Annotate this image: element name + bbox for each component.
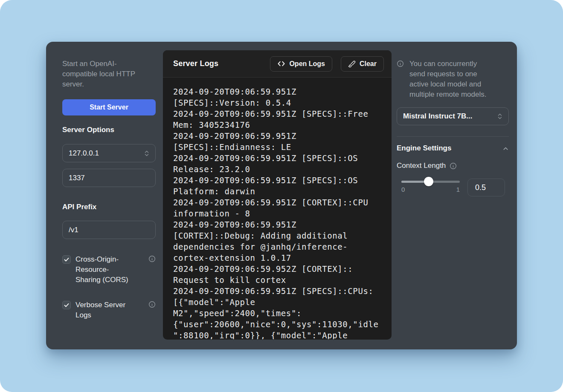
engine-settings-toggle[interactable]: Engine Settings (397, 144, 509, 153)
info-icon[interactable] (148, 255, 156, 262)
concurrency-info: You can concurrently send requests to on… (397, 59, 509, 100)
model-select[interactable]: Mistral Instruct 7B... (397, 107, 509, 125)
server-intro-text: Start an OpenAI- compatible local HTTP s… (62, 59, 160, 89)
clear-logs-button[interactable]: Clear (341, 56, 384, 72)
log-output: 2024-09-20T09:06:59.951Z [SPECS]::Versio… (173, 86, 381, 339)
check-icon (64, 257, 70, 262)
concurrency-info-text: You can concurrently send requests to on… (409, 59, 486, 100)
cors-checkbox[interactable] (62, 255, 71, 264)
local-api-server-window: Start an OpenAI- compatible local HTTP s… (46, 42, 517, 349)
server-settings-panel: Start an OpenAI- compatible local HTTP s… (62, 42, 156, 349)
brush-icon (348, 60, 356, 68)
info-icon[interactable] (450, 162, 457, 170)
open-logs-button[interactable]: Open Logs (270, 56, 332, 72)
chevron-up-icon (502, 145, 509, 152)
server-logs-header: Server Logs Open Logs Clear (163, 50, 392, 78)
log-scroll-area[interactable]: 2024-09-20T09:06:59.951Z [SPECS]::Versio… (163, 78, 392, 339)
server-logs-title: Server Logs (173, 59, 270, 68)
info-icon (397, 60, 404, 67)
context-length-label: Context Length (397, 161, 446, 170)
server-options-heading: Server Options (62, 126, 114, 134)
slider-max-label: 1 (456, 186, 460, 193)
host-select[interactable]: 127.0.0.1 (62, 144, 156, 162)
chevron-updown-icon (496, 112, 503, 120)
slider-range-labels: 0 1 (401, 186, 460, 193)
port-input[interactable] (62, 169, 156, 187)
open-logs-label: Open Logs (289, 60, 325, 68)
api-prefix-input[interactable] (62, 221, 156, 239)
server-logs-panel: Server Logs Open Logs Clear 2024-09-20T0… (163, 50, 392, 340)
api-prefix-heading: API Prefix (62, 203, 96, 211)
check-icon (64, 302, 70, 308)
context-length-slider[interactable] (401, 177, 460, 186)
engine-settings-heading: Engine Settings (397, 144, 451, 153)
verbose-checkbox[interactable] (62, 301, 71, 309)
cors-checkbox-label: Cross-Origin- Resource- Sharing (CORS) (75, 254, 144, 285)
divider (397, 136, 509, 137)
chevron-updown-icon (143, 150, 150, 157)
verbose-checkbox-label: Verbose Server Logs (75, 300, 144, 320)
host-select-value: 127.0.0.1 (69, 149, 99, 158)
model-select-value: Mistral Instruct 7B... (403, 112, 472, 121)
context-length-row: Context Length (397, 161, 457, 170)
verbose-checkbox-row: Verbose Server Logs (62, 300, 156, 320)
cors-checkbox-row: Cross-Origin- Resource- Sharing (CORS) (62, 254, 156, 285)
app-canvas: Start an OpenAI- compatible local HTTP s… (0, 0, 563, 392)
clear-label: Clear (360, 60, 377, 68)
context-length-value-input[interactable] (467, 179, 505, 196)
start-server-button[interactable]: Start Server (62, 99, 156, 115)
context-length-thumb[interactable] (424, 177, 433, 186)
model-settings-panel: You can concurrently send requests to on… (397, 42, 509, 349)
info-icon[interactable] (148, 301, 156, 308)
slider-min-label: 0 (401, 186, 405, 193)
code-icon (277, 61, 285, 67)
